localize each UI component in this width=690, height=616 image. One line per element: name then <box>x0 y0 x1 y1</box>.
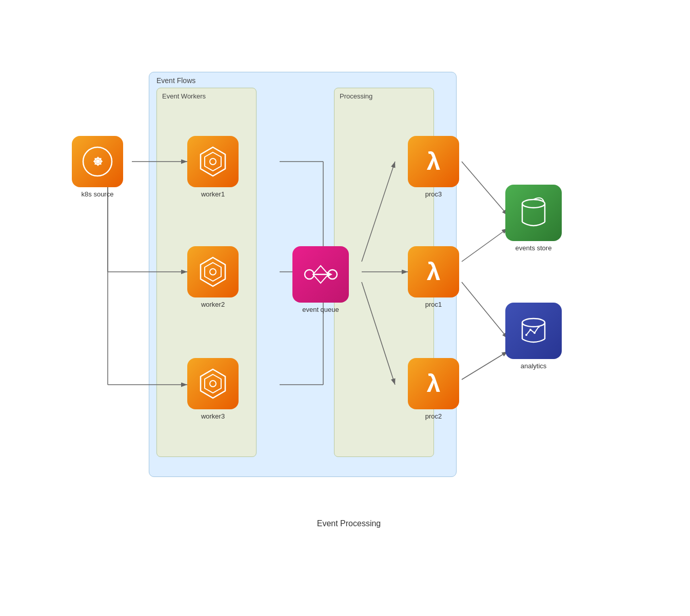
event-workers-label: Event Workers <box>162 92 206 100</box>
svg-text:λ: λ <box>426 148 440 175</box>
event-queue-icon-svg <box>302 255 340 294</box>
k8s-source-icon: ⎈ <box>72 136 123 187</box>
proc2-icon-svg: λ <box>417 367 450 401</box>
worker3-label: worker3 <box>201 412 225 420</box>
svg-line-17 <box>462 351 508 380</box>
proc2-node[interactable]: λ proc2 <box>408 358 459 420</box>
events-store-icon-svg <box>515 194 552 231</box>
svg-text:⎈: ⎈ <box>93 153 102 169</box>
worker3-icon <box>187 358 239 409</box>
processing-label: Processing <box>340 92 372 100</box>
event-queue-node[interactable]: event queue <box>292 246 349 313</box>
proc3-icon: λ <box>408 136 459 187</box>
proc2-label: proc2 <box>425 412 442 420</box>
svg-text:λ: λ <box>426 258 440 285</box>
events-store-label: events store <box>516 244 552 252</box>
svg-point-28 <box>210 381 216 387</box>
svg-line-14 <box>462 162 508 215</box>
svg-point-25 <box>210 269 216 275</box>
svg-line-16 <box>462 282 508 339</box>
proc1-icon: λ <box>408 246 459 297</box>
svg-point-46 <box>538 326 540 328</box>
worker1-label: worker1 <box>201 190 225 198</box>
worker2-icon <box>187 246 239 297</box>
svg-text:λ: λ <box>426 370 440 397</box>
svg-point-37 <box>522 200 545 208</box>
k8s-source-node[interactable]: ⎈ k8s source <box>72 136 123 198</box>
svg-point-45 <box>534 332 536 334</box>
analytics-icon-svg <box>515 312 552 349</box>
worker1-icon <box>187 136 239 187</box>
svg-point-43 <box>525 334 527 336</box>
proc3-node[interactable]: λ proc3 <box>408 136 459 198</box>
proc3-label: proc3 <box>425 190 442 198</box>
svg-point-40 <box>522 319 545 327</box>
worker2-icon-svg <box>196 255 230 289</box>
svg-marker-21 <box>205 152 221 171</box>
event-processing-label: Event Processing <box>317 519 381 528</box>
svg-marker-27 <box>205 374 221 393</box>
worker1-node[interactable]: worker1 <box>187 136 239 198</box>
diagram-container: Event Flows Event Workers Processing <box>67 72 631 533</box>
proc1-icon-svg: λ <box>417 255 450 289</box>
analytics-icon <box>505 303 562 359</box>
event-flows-label: Event Flows <box>156 76 195 85</box>
proc1-node[interactable]: λ proc1 <box>408 246 459 308</box>
event-queue-icon <box>292 246 349 303</box>
proc3-icon-svg: λ <box>417 145 450 178</box>
proc1-label: proc1 <box>425 301 442 308</box>
worker2-label: worker2 <box>201 301 225 308</box>
event-queue-label: event queue <box>302 306 339 313</box>
svg-marker-24 <box>205 263 221 281</box>
k8s-source-label: k8s source <box>82 190 114 198</box>
worker3-icon-svg <box>196 367 230 401</box>
proc2-icon: λ <box>408 358 459 409</box>
k8s-icon-svg: ⎈ <box>81 145 114 178</box>
analytics-node[interactable]: analytics <box>505 303 562 370</box>
svg-point-44 <box>529 329 531 331</box>
worker1-icon-svg <box>196 145 230 178</box>
analytics-label: analytics <box>521 362 547 370</box>
worker2-node[interactable]: worker2 <box>187 246 239 308</box>
svg-point-22 <box>210 158 216 165</box>
events-store-node[interactable]: events store <box>505 185 562 252</box>
worker3-node[interactable]: worker3 <box>187 358 239 420</box>
events-store-icon <box>505 185 562 241</box>
svg-line-15 <box>462 228 508 262</box>
